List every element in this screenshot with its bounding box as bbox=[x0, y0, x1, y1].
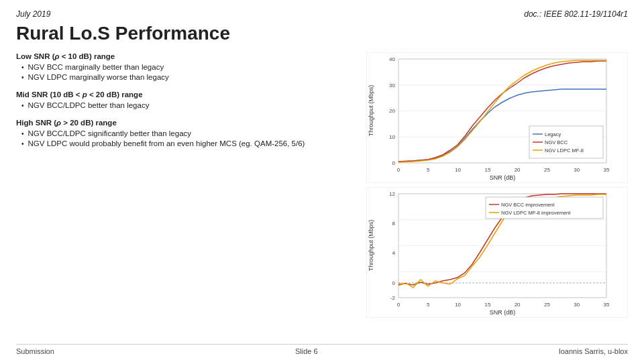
svg-text:30: 30 bbox=[574, 302, 580, 308]
svg-text:4: 4 bbox=[392, 250, 396, 256]
bullet-text: NGV BCC/LDPC significantly better than l… bbox=[28, 129, 192, 137]
section-low-snr-bullets: • NGV BCC marginally better than legacy … bbox=[16, 63, 360, 81]
list-item: • NGV BCC/LDPC better than legacy bbox=[21, 101, 360, 109]
section-high-snr-bullets: • NGV BCC/LDPC significantly better than… bbox=[16, 129, 360, 147]
chart1-svg: 40 30 20 10 0 0 5 10 15 20 25 30 35 bbox=[366, 52, 628, 183]
svg-text:20: 20 bbox=[515, 302, 521, 308]
bullet-icon: • bbox=[21, 74, 24, 81]
footer-author: Ioannis Sarris, u-blox bbox=[559, 347, 628, 355]
svg-text:15: 15 bbox=[484, 302, 490, 308]
svg-text:12: 12 bbox=[389, 191, 395, 197]
svg-text:SNR (dB): SNR (dB) bbox=[490, 309, 516, 316]
svg-text:10: 10 bbox=[389, 134, 395, 140]
content-area: Low SNR (ρ < 10 dB) range • NGV BCC marg… bbox=[16, 52, 628, 318]
svg-text:0: 0 bbox=[392, 280, 396, 286]
bullet-icon: • bbox=[21, 102, 24, 109]
bullet-icon: • bbox=[21, 64, 24, 71]
list-item: • NGV BCC marginally better than legacy bbox=[21, 63, 360, 71]
svg-text:35: 35 bbox=[604, 167, 610, 173]
chart2: 12 8 4 0 -2 0 5 10 15 20 25 30 35 bbox=[366, 187, 628, 318]
section-high-snr-heading: High SNR (ρ > 20 dB) range bbox=[16, 119, 360, 127]
svg-text:0: 0 bbox=[392, 160, 396, 166]
section-low-snr: Low SNR (ρ < 10 dB) range • NGV BCC marg… bbox=[16, 52, 360, 81]
list-item: • NGV LDPC would probably benefit from a… bbox=[21, 139, 360, 147]
svg-text:Throughput (Mbps): Throughput (Mbps) bbox=[368, 220, 374, 272]
footer: Submission Slide 6 Ioannis Sarris, u-blo… bbox=[16, 344, 628, 355]
svg-text:30: 30 bbox=[389, 82, 395, 88]
footer-submission: Submission bbox=[16, 347, 54, 355]
header-date: July 2019 bbox=[16, 9, 50, 19]
chart2-svg: 12 8 4 0 -2 0 5 10 15 20 25 30 35 bbox=[366, 187, 628, 318]
svg-text:NGV BCC: NGV BCC bbox=[545, 139, 568, 145]
bullet-icon: • bbox=[21, 140, 24, 147]
page: July 2019 doc.: IEEE 802.11-19/1104r1 Ru… bbox=[0, 0, 644, 362]
bullet-icon: • bbox=[21, 130, 24, 137]
svg-text:NGV BCC improvement: NGV BCC improvement bbox=[501, 202, 555, 208]
svg-text:Throughput (Mbps): Throughput (Mbps) bbox=[368, 85, 374, 137]
bullet-text: NGV BCC marginally better than legacy bbox=[28, 63, 164, 71]
list-item: • NGV LDPC marginally worse than legacy bbox=[21, 73, 360, 81]
bullet-text: NGV LDPC marginally worse than legacy bbox=[28, 73, 169, 81]
svg-text:5: 5 bbox=[427, 167, 430, 173]
section-mid-snr-bullets: • NGV BCC/LDPC better than legacy bbox=[16, 101, 360, 109]
footer-slide: Slide 6 bbox=[295, 347, 318, 355]
text-column: Low SNR (ρ < 10 dB) range • NGV BCC marg… bbox=[16, 52, 360, 318]
svg-text:30: 30 bbox=[574, 167, 580, 173]
svg-text:15: 15 bbox=[484, 167, 490, 173]
list-item: • NGV BCC/LDPC significantly better than… bbox=[21, 129, 360, 137]
header-doc: doc.: IEEE 802.11-19/1104r1 bbox=[524, 9, 628, 19]
svg-text:0: 0 bbox=[397, 302, 400, 308]
section-mid-snr-heading: Mid SNR (10 dB < p < 20 dB) range bbox=[16, 90, 360, 99]
svg-text:0: 0 bbox=[397, 167, 400, 173]
svg-text:25: 25 bbox=[544, 167, 550, 173]
svg-text:Legacy: Legacy bbox=[545, 131, 561, 137]
section-mid-snr: Mid SNR (10 dB < p < 20 dB) range • NGV … bbox=[16, 90, 360, 109]
svg-text:20: 20 bbox=[515, 167, 521, 173]
svg-text:10: 10 bbox=[455, 167, 461, 173]
svg-text:NGV LDPC MF-8: NGV LDPC MF-8 bbox=[545, 147, 584, 154]
svg-text:5: 5 bbox=[427, 302, 430, 308]
page-title: Rural Lo.S Performance bbox=[16, 23, 628, 44]
bullet-text: NGV BCC/LDPC better than legacy bbox=[28, 101, 150, 109]
svg-text:8: 8 bbox=[392, 221, 396, 227]
svg-text:NGV LDPC MF-8 improvement: NGV LDPC MF-8 improvement bbox=[501, 210, 571, 216]
svg-text:25: 25 bbox=[544, 302, 550, 308]
charts-column: 40 30 20 10 0 0 5 10 15 20 25 30 35 bbox=[366, 52, 628, 318]
svg-text:SNR (dB): SNR (dB) bbox=[490, 174, 516, 181]
svg-text:40: 40 bbox=[389, 56, 395, 62]
section-low-snr-heading: Low SNR (ρ < 10 dB) range bbox=[16, 52, 360, 60]
chart1: 40 30 20 10 0 0 5 10 15 20 25 30 35 bbox=[366, 52, 628, 183]
svg-text:10: 10 bbox=[455, 302, 461, 308]
svg-text:-2: -2 bbox=[390, 295, 396, 301]
section-high-snr: High SNR (ρ > 20 dB) range • NGV BCC/LDP… bbox=[16, 119, 360, 147]
header: July 2019 doc.: IEEE 802.11-19/1104r1 bbox=[16, 9, 628, 19]
svg-text:20: 20 bbox=[389, 108, 395, 114]
svg-text:35: 35 bbox=[604, 302, 610, 308]
bullet-text: NGV LDPC would probably benefit from an … bbox=[28, 139, 305, 147]
